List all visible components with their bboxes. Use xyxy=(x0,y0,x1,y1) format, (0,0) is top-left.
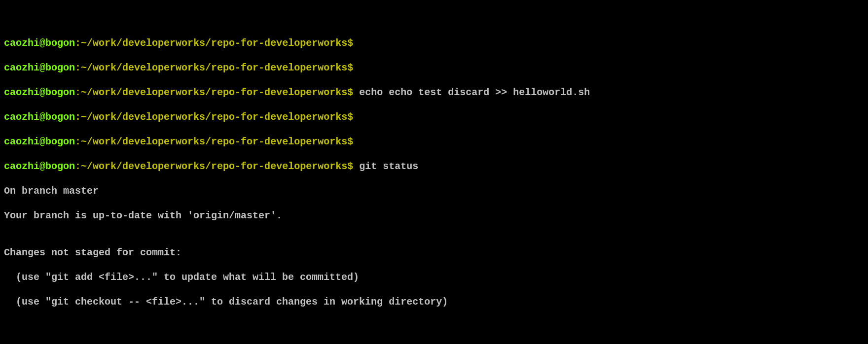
prompt-at: @ xyxy=(39,37,45,49)
prompt-host: bogon xyxy=(45,37,75,49)
prompt-line: caozhi@bogon:~/work/developerworks/repo-… xyxy=(4,111,864,123)
output-blank xyxy=(4,320,864,333)
cmd-git-status: git status xyxy=(353,161,418,172)
output-uptodate: Your branch is up-to-date with 'origin/m… xyxy=(4,209,864,222)
cmd-echo: echo echo test discard >> helloworld.sh xyxy=(353,87,590,98)
prompt-user: caozhi xyxy=(4,37,39,49)
prompt-path: ~/work/developerworks/repo-for-developer… xyxy=(81,37,347,49)
prompt-line-echo: caozhi@bogon:~/work/developerworks/repo-… xyxy=(4,86,864,99)
prompt-colon: : xyxy=(75,37,81,49)
output-branch: On branch master xyxy=(4,185,864,197)
prompt-dollar: $ xyxy=(347,37,353,49)
prompt-line: caozhi@bogon:~/work/developerworks/repo-… xyxy=(4,37,864,49)
prompt-line-status1: caozhi@bogon:~/work/developerworks/repo-… xyxy=(4,160,864,172)
output-hint-add: (use "git add <file>..." to update what … xyxy=(4,271,864,283)
output-notstaged: Changes not staged for commit: xyxy=(4,246,864,259)
output-hint-checkout: (use "git checkout -- <file>..." to disc… xyxy=(4,296,864,308)
terminal[interactable]: caozhi@bogon:~/work/developerworks/repo-… xyxy=(0,0,868,344)
prompt-line: caozhi@bogon:~/work/developerworks/repo-… xyxy=(4,62,864,74)
prompt-line: caozhi@bogon:~/work/developerworks/repo-… xyxy=(4,136,864,148)
